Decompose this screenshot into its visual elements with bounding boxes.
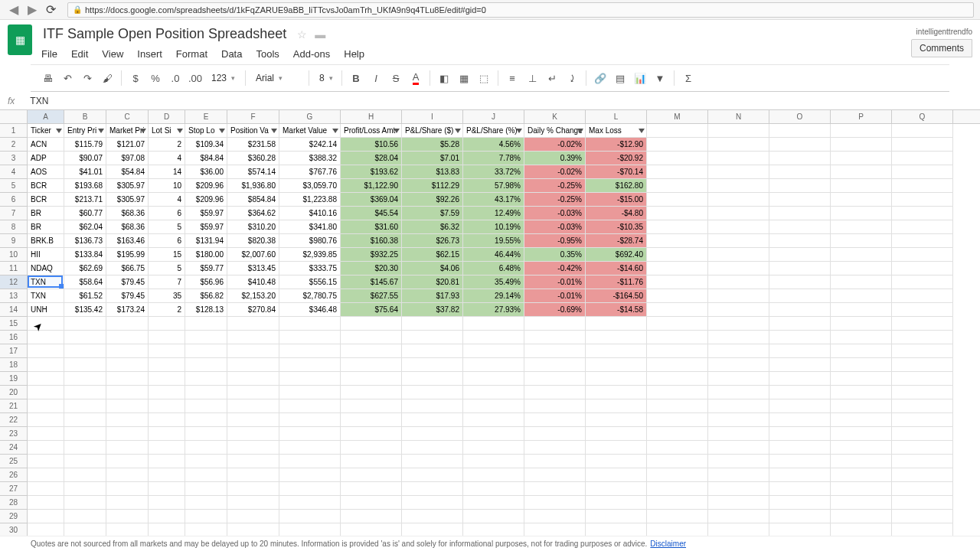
cell[interactable]: Profit/Loss Amt: [341, 124, 402, 138]
cell[interactable]: [149, 317, 185, 331]
row-header[interactable]: 9: [0, 234, 28, 248]
cell[interactable]: [28, 372, 64, 386]
filter-icon[interactable]: [219, 129, 225, 133]
cell[interactable]: [524, 441, 586, 455]
row-header[interactable]: 14: [0, 303, 28, 317]
column-header-F[interactable]: F: [227, 110, 279, 123]
column-header-M[interactable]: M: [647, 110, 708, 123]
cell[interactable]: [769, 427, 831, 441]
cell[interactable]: 0.39%: [524, 152, 586, 165]
row-header[interactable]: 23: [0, 427, 28, 441]
column-header-C[interactable]: C: [106, 110, 149, 123]
row-header[interactable]: 21: [0, 399, 28, 413]
cell[interactable]: [769, 207, 831, 220]
cell[interactable]: [647, 165, 708, 179]
cell[interactable]: [831, 510, 892, 523]
cell[interactable]: $1,223.88: [279, 193, 341, 207]
cell[interactable]: [586, 510, 647, 523]
column-header-Q[interactable]: Q: [892, 110, 953, 123]
cell[interactable]: $79.45: [106, 276, 149, 289]
cell[interactable]: [106, 482, 149, 496]
cell[interactable]: [227, 510, 279, 523]
cell[interactable]: $66.75: [106, 262, 149, 276]
cell[interactable]: [831, 303, 892, 317]
cell[interactable]: [524, 372, 586, 386]
cell[interactable]: Max Loss: [586, 124, 647, 138]
cell[interactable]: [279, 317, 341, 331]
cell[interactable]: $305.97: [106, 179, 149, 193]
cell[interactable]: 10.19%: [463, 220, 524, 234]
cell[interactable]: BR: [28, 220, 64, 234]
cell[interactable]: [227, 372, 279, 386]
column-header-P[interactable]: P: [831, 110, 892, 123]
cell[interactable]: [463, 427, 524, 441]
cell[interactable]: -0.02%: [524, 165, 586, 179]
cell[interactable]: [185, 344, 227, 358]
cell[interactable]: [524, 399, 586, 413]
cell[interactable]: [185, 413, 227, 427]
v-align-icon[interactable]: ⊥: [523, 69, 541, 87]
cell[interactable]: $574.14: [227, 165, 279, 179]
cell[interactable]: [647, 207, 708, 220]
cell[interactable]: [149, 510, 185, 523]
cell[interactable]: $1,936.80: [227, 179, 279, 193]
row-header[interactable]: 10: [0, 248, 28, 262]
cell[interactable]: [586, 358, 647, 372]
cell[interactable]: [708, 289, 769, 303]
cell[interactable]: $364.62: [227, 207, 279, 220]
cell[interactable]: [708, 303, 769, 317]
cell[interactable]: $854.84: [227, 193, 279, 207]
cell[interactable]: 2: [149, 138, 185, 152]
cell[interactable]: [708, 179, 769, 193]
cell[interactable]: [524, 413, 586, 427]
cell[interactable]: 27.93%: [463, 303, 524, 317]
menu-view[interactable]: View: [100, 47, 125, 61]
cell[interactable]: [106, 427, 149, 441]
cell[interactable]: [831, 468, 892, 482]
cell[interactable]: [708, 207, 769, 220]
cell[interactable]: $932.25: [341, 248, 402, 262]
cell[interactable]: $173.24: [106, 303, 149, 317]
cell[interactable]: [831, 276, 892, 289]
cell[interactable]: [769, 234, 831, 248]
cell[interactable]: [586, 455, 647, 468]
cell[interactable]: [892, 510, 953, 523]
cell[interactable]: BCR: [28, 179, 64, 193]
cell[interactable]: [831, 399, 892, 413]
row-header[interactable]: 18: [0, 358, 28, 372]
cell[interactable]: [831, 193, 892, 207]
cell[interactable]: UNH: [28, 303, 64, 317]
cell[interactable]: [341, 441, 402, 455]
cell[interactable]: [149, 441, 185, 455]
cell[interactable]: $193.62: [341, 165, 402, 179]
cell[interactable]: $109.34: [185, 138, 227, 152]
cell[interactable]: [524, 427, 586, 441]
cell[interactable]: $79.45: [106, 289, 149, 303]
cell[interactable]: [831, 207, 892, 220]
currency-icon[interactable]: $: [126, 69, 145, 87]
menu-insert[interactable]: Insert: [136, 47, 164, 61]
cell[interactable]: $62.04: [64, 220, 106, 234]
cell[interactable]: $163.46: [106, 234, 149, 248]
cell[interactable]: -0.25%: [524, 179, 586, 193]
cell[interactable]: [708, 510, 769, 523]
cell[interactable]: [831, 138, 892, 152]
cell[interactable]: [769, 220, 831, 234]
column-header-E[interactable]: E: [185, 110, 227, 123]
cell[interactable]: 12.49%: [463, 207, 524, 220]
cell[interactable]: [149, 468, 185, 482]
cell[interactable]: $980.76: [279, 234, 341, 248]
cell[interactable]: [279, 413, 341, 427]
cell[interactable]: $56.96: [185, 276, 227, 289]
cell[interactable]: [708, 317, 769, 331]
cell[interactable]: 19.55%: [463, 234, 524, 248]
borders-icon[interactable]: ▦: [455, 69, 473, 87]
cell[interactable]: [708, 372, 769, 386]
cell[interactable]: [892, 358, 953, 372]
cell[interactable]: [769, 344, 831, 358]
cell[interactable]: [831, 358, 892, 372]
column-header-H[interactable]: H: [341, 110, 402, 123]
cell[interactable]: -$14.58: [586, 303, 647, 317]
cell[interactable]: [149, 399, 185, 413]
cell[interactable]: [831, 220, 892, 234]
